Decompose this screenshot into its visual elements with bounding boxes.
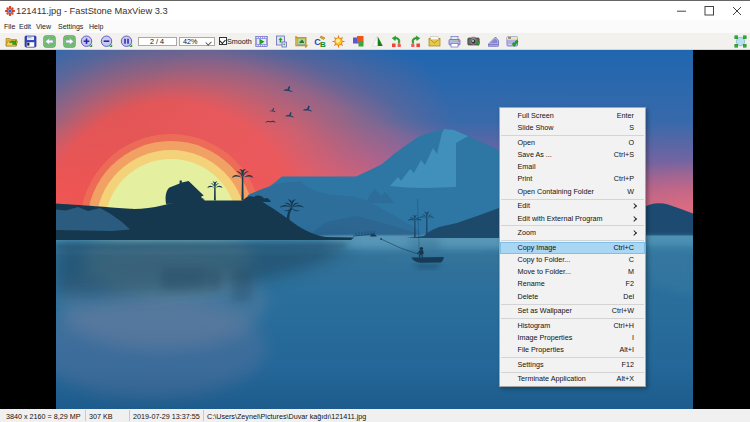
svg-text:B: B	[320, 40, 326, 48]
